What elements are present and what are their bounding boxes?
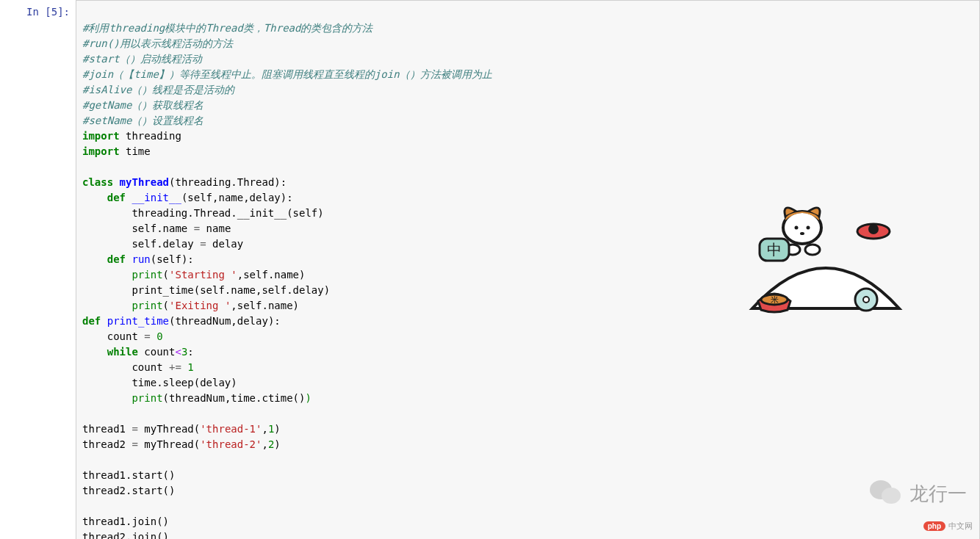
builtin-print: print [131, 300, 162, 311]
paren-close: ) [305, 392, 311, 404]
input-prompt: In [5]: [0, 0, 76, 18]
operator: = [131, 423, 137, 435]
keyword-while: while [107, 346, 138, 358]
string-literal: 'thread-1' [200, 423, 262, 435]
operator: = [194, 223, 200, 234]
function-name: __init__ [131, 192, 181, 203]
code-text: self.delay [131, 238, 200, 250]
args: (self,name,delay): [181, 192, 293, 203]
php-pill: php [923, 521, 945, 531]
code-text: count [131, 361, 169, 373]
string-literal: 'thread-2' [200, 438, 262, 450]
comment-line: #getName（）获取线程名 [82, 99, 203, 111]
keyword-import: import [82, 145, 120, 157]
svg-point-5 [800, 232, 804, 235]
module-name: time [126, 145, 151, 157]
code-line: time.sleep(delay) [131, 377, 237, 388]
function-name: run [131, 253, 150, 265]
svg-point-7 [805, 245, 820, 255]
comment-line: #利用threading模块中的Thread类，Thread的类包含的方法 [82, 22, 372, 34]
operator: = [131, 438, 137, 450]
mascot-bubble-text: 中 [767, 242, 782, 258]
code-text: ,self.name) [231, 300, 299, 311]
comment-line: #setName（）设置线程名 [82, 115, 203, 126]
code-text [151, 330, 156, 342]
number-literal: 1 [187, 361, 193, 373]
paren: ) [274, 423, 280, 435]
builtin-print: print [131, 269, 162, 281]
php-badge-text: 中文网 [948, 521, 973, 532]
code-line: thread1.start() [82, 469, 175, 481]
code-text: self.name [131, 223, 193, 234]
prompt-label: In [5]: [26, 6, 70, 18]
operator: += [169, 361, 181, 373]
svg-point-12 [863, 297, 869, 303]
keyword-class: class [82, 176, 113, 188]
paren: ) [274, 438, 280, 450]
svg-point-3 [795, 226, 799, 230]
code-text: thread2 [82, 438, 131, 450]
operator: = [200, 238, 206, 250]
module-name: threading [126, 130, 181, 142]
code-line: thread1.join() [82, 516, 169, 527]
keyword-def: def [107, 192, 126, 203]
operator: = [144, 330, 150, 342]
comment-line: #isAlive（）线程是否是活动的 [82, 84, 234, 95]
code-text: myThread( [138, 423, 200, 435]
code-text: name [200, 223, 231, 234]
svg-text:米: 米 [771, 295, 779, 305]
code-line: print_time(self.name,self.delay) [131, 284, 330, 296]
code-text: (threadNum,time.ctime() [163, 392, 306, 404]
code-text: delay [206, 238, 244, 250]
php-badge: php 中文网 [923, 521, 973, 532]
class-base: (threading.Thread): [169, 176, 287, 188]
code-text: myThread( [138, 438, 200, 450]
watermark: 龙行一 [868, 479, 967, 508]
args: (threadNum,delay): [169, 315, 281, 327]
operator-lt: < [175, 346, 181, 358]
code-text: ,self.name) [237, 269, 306, 281]
keyword-import: import [82, 130, 120, 142]
class-name: myThread [120, 176, 169, 188]
keyword-def: def [107, 253, 126, 265]
code-text: count [138, 346, 176, 358]
comma: , [262, 438, 267, 450]
comma: , [262, 423, 267, 435]
code-line: thread2.start() [82, 485, 175, 496]
code-text: thread1 [82, 423, 131, 435]
string-literal: 'Starting ' [169, 269, 237, 281]
svg-point-4 [807, 226, 810, 230]
keyword-def: def [82, 315, 101, 327]
colon: : [187, 346, 193, 358]
code-line: thread2.join() [82, 531, 169, 539]
comment-line: #join（【time】）等待至线程中止。阻塞调用线程直至线程的join（）方法… [82, 68, 492, 80]
builtin-print: print [131, 392, 162, 404]
code-text: count [107, 330, 145, 342]
comment-line: #run()用以表示线程活动的方法 [82, 37, 233, 49]
watermark-text: 龙行一 [909, 481, 967, 507]
function-name: print_time [107, 315, 169, 327]
svg-point-1 [868, 224, 879, 234]
comment-line: #start（）启动线程活动 [82, 53, 202, 65]
string-literal: 'Exiting ' [169, 300, 231, 311]
args: (self): [151, 253, 194, 265]
mascot-illustration: 中 米 [745, 198, 907, 316]
code-line: threading.Thread.__init__(self) [131, 207, 323, 219]
number-literal: 0 [156, 330, 162, 342]
wechat-icon [868, 479, 904, 508]
